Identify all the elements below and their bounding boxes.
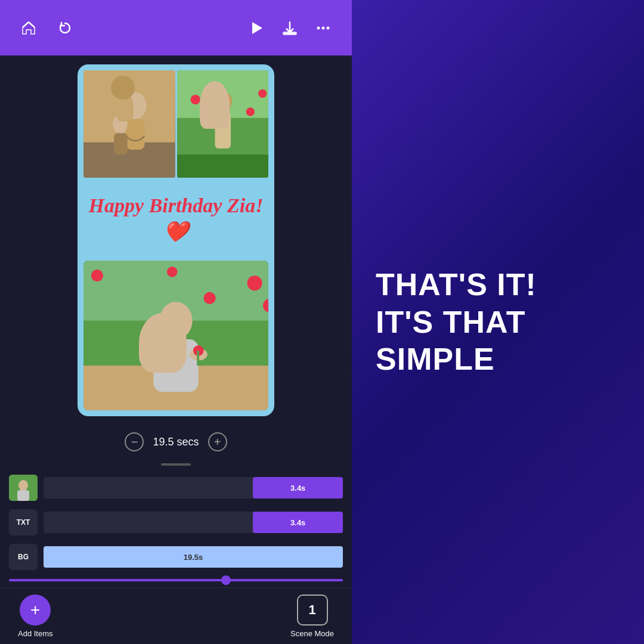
bg-label: BG <box>18 553 29 561</box>
txt-track-row: TXT 3.4s <box>9 507 343 537</box>
bg-track-row: BG 19.5s <box>9 542 343 572</box>
left-panel: Happy Birthday Zia! ❤️ <box>0 0 352 644</box>
photo-thumbnail <box>9 475 38 501</box>
add-items-label: Add Items <box>18 629 53 638</box>
add-icon: + <box>30 602 40 618</box>
photo-girl <box>177 70 269 178</box>
bg-track-bar[interactable]: 19.5s <box>44 546 343 568</box>
svg-point-29 <box>159 302 192 339</box>
photo-mom-container <box>83 70 175 178</box>
duration-display: 19.5 secs <box>153 436 199 448</box>
svg-rect-13 <box>177 154 269 178</box>
txt-label: TXT <box>17 518 30 527</box>
progress-line-container <box>9 578 343 583</box>
photo-mom <box>83 70 175 178</box>
minus-icon: − <box>131 436 138 448</box>
svg-point-18 <box>214 93 231 113</box>
svg-point-27 <box>167 267 178 277</box>
add-items-circle: + <box>20 595 51 626</box>
svg-point-28 <box>204 292 216 304</box>
svg-rect-34 <box>197 351 199 366</box>
svg-point-16 <box>210 84 217 91</box>
increase-duration-button[interactable]: + <box>208 432 227 451</box>
phone-card: Happy Birthday Zia! ❤️ <box>78 64 274 416</box>
bg-track-full: 19.5s <box>44 546 343 568</box>
svg-point-15 <box>246 108 254 116</box>
more-options-button[interactable] <box>312 17 334 39</box>
birthday-text-area: Happy Birthday Zia! ❤️ <box>78 181 274 257</box>
bottom-bar: + Add Items 1 Scene Mode <box>0 587 352 644</box>
txt-track-bar[interactable]: 3.4s <box>44 512 343 533</box>
svg-rect-8 <box>126 119 145 150</box>
top-bar-right <box>246 17 334 39</box>
svg-point-36 <box>18 480 28 491</box>
svg-point-31 <box>144 348 162 360</box>
photo-track-badge: 3.4s <box>253 477 343 499</box>
scroll-indicator <box>9 463 343 466</box>
svg-point-26 <box>247 275 262 290</box>
svg-point-3 <box>322 26 325 29</box>
right-panel: THAT'S IT! IT'S THAT SIMPLE <box>352 0 644 644</box>
top-bar <box>0 0 352 55</box>
txt-track-thumb: TXT <box>9 509 38 535</box>
svg-point-2 <box>317 26 320 29</box>
scene-mode-button[interactable]: 1 Scene Mode <box>290 595 334 638</box>
photo-track-thumb <box>9 475 38 501</box>
svg-point-25 <box>91 270 103 281</box>
play-button[interactable] <box>246 17 267 39</box>
svg-rect-19 <box>215 112 231 148</box>
svg-rect-10 <box>114 134 128 155</box>
home-button[interactable] <box>18 17 39 39</box>
scene-number: 1 <box>308 602 315 618</box>
playhead-indicator <box>221 575 231 585</box>
scroll-bar <box>161 463 191 466</box>
timeline-area: 3.4s TXT 3.4s BG 19.5s <box>0 459 352 587</box>
decrease-duration-button[interactable]: − <box>125 432 144 451</box>
progress-line <box>9 579 343 581</box>
download-button[interactable] <box>279 17 301 39</box>
txt-track-badge: 3.4s <box>253 512 343 533</box>
svg-point-9 <box>113 114 128 134</box>
plus-icon: + <box>214 436 221 448</box>
svg-point-7 <box>125 92 147 119</box>
svg-rect-12 <box>177 70 269 118</box>
svg-point-14 <box>190 95 200 104</box>
undo-button[interactable] <box>54 17 76 39</box>
photo-girl-container <box>177 70 269 178</box>
photo-track-row: 3.4s <box>9 473 343 503</box>
photo-baby <box>83 261 268 411</box>
birthday-text: Happy Birthday Zia! ❤️ <box>86 193 265 245</box>
bg-track-thumb: BG <box>9 544 38 570</box>
svg-point-4 <box>327 26 330 29</box>
scene-icon: 1 <box>297 595 328 626</box>
scene-mode-label: Scene Mode <box>290 629 334 638</box>
timeline-controls: − 19.5 secs + <box>0 425 352 459</box>
photo-baby-container <box>83 261 268 411</box>
svg-rect-37 <box>17 490 29 501</box>
svg-rect-30 <box>153 339 198 392</box>
promo-text: THAT'S IT! IT'S THAT SIMPLE <box>376 266 620 377</box>
promo-line-1: THAT'S IT! <box>376 266 620 303</box>
photo-track-bar[interactable]: 3.4s <box>44 477 343 499</box>
top-bar-left <box>18 17 76 39</box>
promo-line-2: IT'S THAT SIMPLE <box>376 304 620 378</box>
canvas-area: Happy Birthday Zia! ❤️ <box>0 55 352 425</box>
photo-grid <box>78 64 274 181</box>
svg-point-17 <box>258 89 267 98</box>
svg-marker-0 <box>252 22 262 34</box>
add-items-button[interactable]: + Add Items <box>18 595 53 638</box>
